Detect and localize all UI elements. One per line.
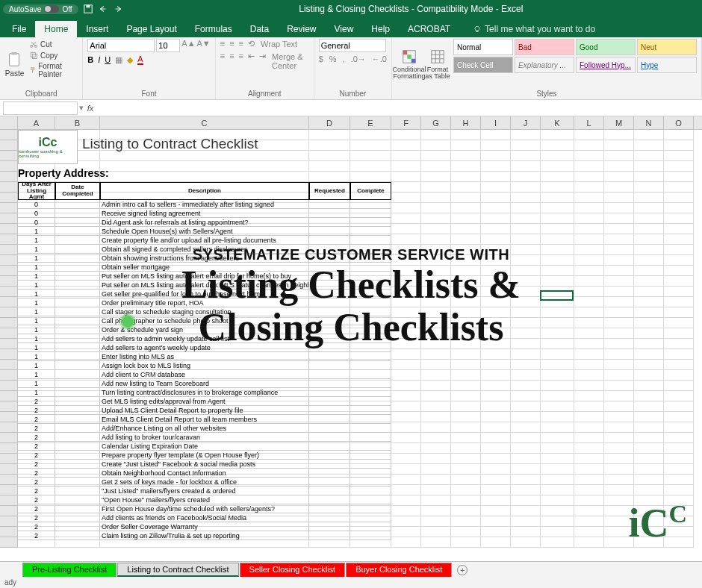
cell-complete[interactable] [350,254,391,263]
row-header[interactable] [0,276,18,287]
cell[interactable] [481,287,511,297]
cell[interactable] [541,339,574,349]
cell[interactable] [541,516,574,527]
cell-date[interactable] [55,263,100,272]
cell[interactable] [391,370,421,381]
cell[interactable] [664,464,694,475]
cell[interactable] [511,287,541,297]
cell[interactable] [511,485,541,495]
cell[interactable] [421,506,451,516]
cell-requested[interactable] [309,307,350,316]
cell[interactable] [541,276,574,287]
cell[interactable] [574,485,604,495]
cell-date[interactable] [55,522,100,531]
cell[interactable] [634,266,664,276]
cell-date[interactable] [55,388,100,397]
cell-date[interactable] [55,272,100,281]
col-header-J[interactable]: J [511,116,541,129]
cell-description[interactable]: Prepare property flyer template (& Open … [100,451,309,460]
cell[interactable] [604,401,634,412]
cell[interactable] [391,464,421,475]
cell-date[interactable] [55,370,100,379]
select-all-corner[interactable] [0,116,18,129]
cell[interactable] [604,339,634,349]
col-header-G[interactable]: G [421,116,451,129]
col-header-L[interactable]: L [574,116,604,129]
cell[interactable] [391,516,421,527]
cell-complete[interactable] [350,487,391,495]
cell-date[interactable] [55,469,100,478]
cell-date[interactable] [55,227,100,236]
cell[interactable] [481,506,511,516]
cell-requested[interactable] [309,281,350,290]
cell-days[interactable]: 2 [18,469,55,478]
row-header[interactable] [0,224,18,234]
cell[interactable] [511,401,541,412]
align-center-icon[interactable]: ≡ [229,51,234,71]
cell-description[interactable]: Add clients as friends on Facebook/Socia… [100,513,309,522]
cell[interactable] [541,506,574,516]
cell-days[interactable]: 1 [18,298,55,307]
cell[interactable] [451,537,481,548]
cell[interactable] [391,443,421,454]
row-header[interactable] [0,328,18,339]
cell[interactable] [664,328,694,339]
cell-requested[interactable] [309,343,350,352]
cell[interactable] [481,130,511,140]
cell-date[interactable] [55,451,100,460]
row-header[interactable] [0,339,18,349]
cell-days[interactable]: 0 [18,209,55,218]
cell-date[interactable] [55,325,100,334]
row-header[interactable] [0,391,18,401]
conditional-formatting-button[interactable]: Conditional Formatting [397,39,422,90]
row-header[interactable] [0,495,18,506]
cell[interactable] [604,443,634,454]
redo-icon[interactable] [113,4,123,14]
cell-requested[interactable] [309,469,350,478]
cell[interactable] [541,391,574,401]
cell[interactable] [541,454,574,464]
cell-description[interactable]: "Just Listed" mailers/flyers created & o… [100,487,309,495]
cell[interactable] [421,234,451,245]
cell[interactable] [421,266,451,276]
cell[interactable] [451,360,481,370]
cell-date[interactable] [55,218,100,227]
cell-complete[interactable] [350,316,391,325]
cell[interactable] [421,182,451,193]
cell-requested[interactable] [309,254,350,263]
cell-requested[interactable] [309,263,350,272]
paste-button[interactable]: Paste [4,39,25,90]
cell-description[interactable]: "Open House" mailers/flyers created [100,495,309,504]
tab-insert[interactable]: Insert [77,21,117,37]
cell[interactable] [664,151,694,161]
cell[interactable] [664,172,694,182]
cell[interactable] [664,370,694,381]
cell[interactable] [634,255,664,266]
format-painter-button[interactable]: Format Painter [28,61,78,79]
cell[interactable] [481,203,511,213]
cell[interactable] [391,307,421,318]
cell[interactable] [664,412,694,422]
cell-days[interactable]: 1 [18,388,55,397]
cell[interactable] [604,203,634,213]
cell[interactable] [511,412,541,422]
cell-description[interactable]: Create "Just Listed" Facebook & social m… [100,460,309,469]
cell[interactable] [451,255,481,266]
increase-font-icon[interactable]: A▲ [181,39,195,52]
cell[interactable] [481,464,511,475]
cell[interactable] [511,213,541,224]
cell-requested[interactable] [309,227,350,236]
cell[interactable] [451,307,481,318]
cell-requested[interactable] [309,379,350,388]
cell[interactable] [511,360,541,370]
cell[interactable] [574,475,604,485]
cell[interactable] [451,245,481,255]
cell[interactable] [391,339,421,349]
row-header[interactable] [0,140,18,151]
cell[interactable] [634,245,664,255]
cell[interactable] [100,172,309,182]
cell[interactable] [451,182,481,193]
cell-days[interactable]: 2 [18,487,55,495]
cell[interactable] [481,381,511,391]
style-good[interactable]: Good [576,39,636,55]
